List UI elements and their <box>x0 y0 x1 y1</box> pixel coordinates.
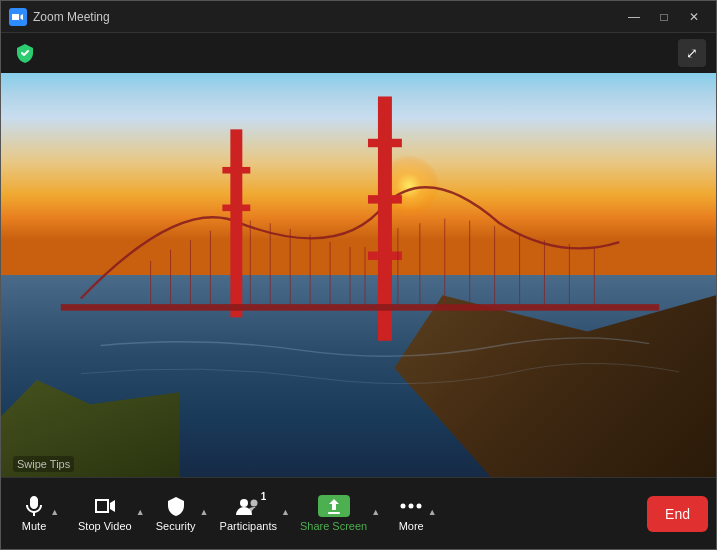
share-screen-button[interactable]: Share Screen ▲ <box>296 495 386 532</box>
toolbar-items: Mute ▲ Stop Video ▲ <box>9 495 639 532</box>
svg-point-33 <box>409 504 414 509</box>
svg-point-30 <box>251 500 258 507</box>
sky-layer <box>1 73 716 295</box>
mute-icon <box>23 495 45 517</box>
share-screen-arrow[interactable]: ▲ <box>369 507 382 517</box>
participants-button[interactable]: 1 Participants ▲ <box>216 495 296 532</box>
security-arrow[interactable]: ▲ <box>197 507 210 517</box>
expand-button[interactable]: ⤢ <box>678 39 706 67</box>
participants-count: 1 <box>261 491 267 502</box>
mute-button[interactable]: Mute ▲ <box>9 495 74 532</box>
participants-label: Participants <box>220 520 277 532</box>
mute-arrow[interactable]: ▲ <box>48 507 61 517</box>
bottom-toolbar: Mute ▲ Stop Video ▲ <box>1 477 716 549</box>
minimize-button[interactable]: — <box>620 7 648 27</box>
window-title: Zoom Meeting <box>33 10 110 24</box>
participants-icon: 1 <box>234 495 262 517</box>
swipe-tips: Swipe Tips <box>13 456 74 472</box>
security-icon <box>165 495 187 517</box>
maximize-button[interactable]: □ <box>650 7 678 27</box>
svg-point-34 <box>417 504 422 509</box>
zoom-logo-icon <box>9 8 27 26</box>
more-icon <box>399 495 423 517</box>
window-controls: — □ ✕ <box>620 7 708 27</box>
stop-video-button[interactable]: Stop Video ▲ <box>74 495 151 532</box>
close-button[interactable]: ✕ <box>680 7 708 27</box>
shield-icon <box>14 42 36 64</box>
bridge-scene: Swipe Tips <box>1 73 716 477</box>
end-button[interactable]: End <box>647 496 708 532</box>
stop-video-arrow[interactable]: ▲ <box>134 507 147 517</box>
title-bar: Zoom Meeting — □ ✕ <box>1 1 716 33</box>
share-screen-label: Share Screen <box>300 520 367 532</box>
shield-icon-container[interactable] <box>11 39 39 67</box>
more-arrow[interactable]: ▲ <box>426 507 439 517</box>
more-label: More <box>399 520 424 532</box>
video-area: Swipe Tips <box>1 73 716 477</box>
zoom-window: Zoom Meeting — □ ✕ ⤢ <box>0 0 717 550</box>
stop-video-label: Stop Video <box>78 520 132 532</box>
share-screen-icon <box>318 495 350 517</box>
svg-point-32 <box>401 504 406 509</box>
security-label: Security <box>156 520 196 532</box>
more-button[interactable]: More ▲ <box>386 495 451 532</box>
top-toolbar: ⤢ <box>1 33 716 73</box>
svg-rect-31 <box>328 512 340 514</box>
security-toolbar-button[interactable]: Security ▲ <box>151 495 216 532</box>
expand-icon: ⤢ <box>686 45 698 61</box>
mute-label: Mute <box>22 520 46 532</box>
title-bar-left: Zoom Meeting <box>9 8 110 26</box>
sun-glow <box>379 156 439 216</box>
svg-point-29 <box>240 499 248 507</box>
participants-arrow[interactable]: ▲ <box>279 507 292 517</box>
stop-video-icon <box>93 495 117 517</box>
